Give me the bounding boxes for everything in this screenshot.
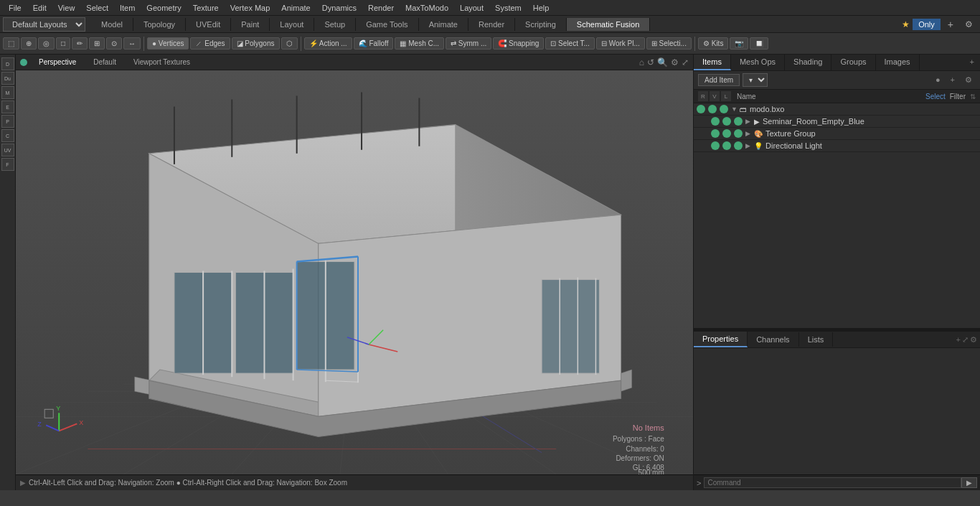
workplane-btn[interactable]: ⊟ Work Pl... [596,37,645,50]
eye3-seminar[interactable] [734,117,743,126]
tb-pen[interactable]: ✏ [72,37,88,50]
eye3-texture[interactable] [734,129,743,138]
select-tool-btn[interactable]: ⊡ Select T... [545,37,595,50]
selection-btn[interactable]: ⊞ Selecti... [646,37,692,50]
tab-uvedit[interactable]: UVEdit [186,18,231,31]
eye-light[interactable] [711,141,720,150]
menu-geometry[interactable]: Geometry [141,2,187,14]
menu-item[interactable]: Item [114,2,141,14]
vertices-mode-btn[interactable]: ● Vertices [147,37,189,50]
vp-ctrl-refresh[interactable]: ↺ [647,57,654,67]
tab-viewport-textures[interactable]: Viewport Textures [128,57,196,67]
vis-icon-viewport[interactable]: V [710,91,720,101]
kits-btn[interactable]: ⚙ Kits [698,37,728,50]
tb-measure[interactable]: ⊞ [89,37,105,50]
menu-vertex-map[interactable]: Vertex Map [225,2,276,14]
vis-icon-render[interactable]: R [698,91,708,101]
vp-ctrl-expand[interactable]: ⤢ [682,57,689,67]
add-item-button[interactable]: Add Item [698,74,740,86]
tb-mode1[interactable]: ⬚ [3,37,19,50]
sidebar-tool-5[interactable]: P [1,115,14,128]
tb-cam1[interactable]: 📷 [730,37,748,50]
tab-model[interactable]: Model [91,18,133,31]
tb-mode2[interactable]: ⊕ [21,37,37,50]
tb-cam2[interactable]: 🔲 [750,37,768,50]
eye-modo-bxo[interactable] [697,105,705,113]
col-filter-btn[interactable]: Filter [950,93,966,100]
items-tool-3[interactable]: ⚙ [961,74,976,86]
menu-texture[interactable]: Texture [187,2,225,14]
eye-texture[interactable] [711,129,720,138]
sidebar-tool-3[interactable]: M [1,86,14,99]
expand-texture[interactable]: ▶ [745,130,753,137]
tab-game-tools[interactable]: Game Tools [356,18,419,31]
tab-shading[interactable]: Shading [785,55,831,70]
tab-perspective[interactable]: Perspective [33,57,82,67]
menu-render[interactable]: Render [362,2,400,14]
prop-expand-left[interactable]: + [956,335,961,345]
expand-seminar[interactable]: ▶ [745,118,753,125]
vis-icon-lock[interactable]: L [721,91,731,101]
menu-help[interactable]: Help [527,2,555,14]
only-button[interactable]: Only [913,19,941,30]
tab-images[interactable]: Images [876,55,920,70]
action-btn[interactable]: ⚡ Action ... [304,37,352,50]
vp-ctrl-zoom[interactable]: 🔍 [657,57,668,67]
tab-items[interactable]: Items [694,55,731,70]
sidebar-tool-4[interactable]: E [1,100,14,113]
tb-extra1[interactable]: ⬡ [281,37,298,50]
3d-viewport[interactable]: No Items Polygons : Face Channels: 0 Def… [16,70,693,474]
tree-item-seminar-room[interactable]: ▶ ▶ Seminar_Room_Empty_Blue [694,116,980,128]
tree-item-modo-bxo[interactable]: ▼ 🗃 modo.bxo [694,103,980,116]
menu-maxtomodo[interactable]: MaxToModo [400,2,454,14]
eye2-modo-bxo[interactable] [708,105,717,113]
tab-viewport-default[interactable]: Default [88,57,122,67]
layout-dropdown[interactable]: Default Layouts [3,17,85,32]
falloff-btn[interactable]: 🌊 Falloff [354,37,394,50]
sidebar-tool-2[interactable]: Du [1,72,14,85]
tb-lasso[interactable]: ◎ [38,37,55,50]
eye-seminar[interactable] [711,117,720,126]
prop-settings[interactable]: ⚙ [970,335,977,345]
tab-channels[interactable]: Channels [748,332,798,347]
menu-system[interactable]: System [489,2,527,14]
vp-ctrl-home[interactable]: ⌂ [639,57,644,67]
eye3-modo-bxo[interactable] [720,105,728,113]
menu-dynamics[interactable]: Dynamics [316,2,362,14]
sidebar-tool-7[interactable]: UV [1,144,14,156]
tab-animate[interactable]: Animate [419,18,468,31]
menu-select[interactable]: Select [80,2,114,14]
col-select-btn[interactable]: Select [925,93,946,100]
tree-item-texture-group[interactable]: ▶ 🎨 Texture Group [694,128,980,140]
symmetry-btn[interactable]: ⇄ Symm ... [446,37,491,50]
add-item-dropdown[interactable]: ▾ [743,73,768,87]
snapping-btn[interactable]: 🧲 Snapping [493,37,544,50]
edges-mode-btn[interactable]: ⟋ Edges [190,37,230,50]
items-tool-1[interactable]: ● [932,74,944,86]
tab-schematic-fusion[interactable]: Schematic Fusion [567,18,650,31]
layout-plus[interactable]: + [943,17,958,32]
tree-item-directional-light[interactable]: ▶ 💡 Directional Light [694,140,980,152]
menu-layout[interactable]: Layout [454,2,489,14]
sidebar-tool-8[interactable]: F [1,158,14,171]
mesh-btn[interactable]: ▦ Mesh C... [395,37,444,50]
tab-scripting[interactable]: Scripting [515,18,567,31]
tb-select-rect[interactable]: □ [56,37,70,50]
tab-lists[interactable]: Lists [799,332,834,347]
layout-settings[interactable]: ⚙ [961,18,977,31]
command-input[interactable] [704,477,961,488]
tab-topology[interactable]: Topology [133,18,186,31]
menu-view[interactable]: View [52,2,81,14]
items-tool-2[interactable]: + [947,74,958,86]
col-sort-arrows[interactable]: ⇅ [970,93,976,100]
tab-mesh-ops[interactable]: Mesh Ops [731,55,785,70]
menu-edit[interactable]: Edit [27,2,52,14]
polygons-mode-btn[interactable]: ◪ Polygons [232,37,280,50]
expand-modo-bxo[interactable]: ▼ [731,106,738,113]
vp-ctrl-settings[interactable]: ⚙ [671,57,679,67]
sidebar-tool-6[interactable]: C [1,129,14,142]
tb-transform[interactable]: ↔ [123,37,141,50]
sidebar-tool-1[interactable]: D [1,57,14,70]
tab-properties[interactable]: Properties [694,332,748,347]
tab-render[interactable]: Render [468,18,515,31]
